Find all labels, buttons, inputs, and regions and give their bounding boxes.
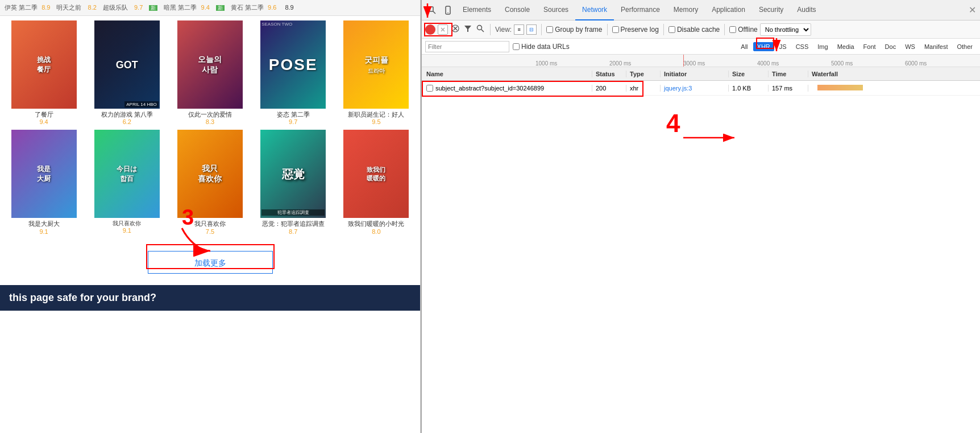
show-title: 致我们暖暖的小时光 [348, 220, 404, 228]
show-title: 仅此一次的爱情 [188, 110, 232, 118]
offline-label[interactable]: Offline [729, 26, 757, 34]
disable-cache-text: Disable cache [677, 26, 720, 34]
record-button[interactable] [425, 24, 435, 35]
show-item: GOT APRIL 14 HBO 权力的游戏 第八季 6.2 [88, 20, 166, 125]
show-rating: 8.3 [206, 118, 214, 125]
filter-btn-other[interactable]: Other [953, 42, 977, 51]
show-item: 惡覚 犯罪者追踪調査 恶觉：犯罪者追踪调查 8.7 [254, 130, 333, 234]
show-title: 姿态 第二季 [277, 110, 310, 118]
hide-data-urls-checkbox[interactable] [513, 43, 520, 50]
tab-audits[interactable]: Audits [790, 0, 823, 20]
tab-security[interactable]: Security [752, 0, 790, 20]
top-bar-content: 伊英 第二季 8.9 明天之前 8.2 超级乐队 9.7 新 暗黑 第二季 9.… [5, 3, 294, 12]
filter-btn-css[interactable]: CSS [792, 42, 813, 51]
filter-btn-all[interactable]: All [737, 42, 751, 51]
row-initiator: jquery.js:3 [661, 85, 729, 92]
load-more-button[interactable]: 加载更多 [148, 251, 273, 274]
tab-console[interactable]: Console [498, 0, 537, 20]
filter-button[interactable] [463, 24, 473, 35]
network-table-body: subject_abstract?subject_id=30246899 200… [422, 81, 980, 433]
preserve-log-text: Preserve log [621, 26, 659, 34]
show-thumb: 今日は합百 [94, 130, 160, 218]
tab-elements[interactable]: Elements [456, 0, 498, 20]
filter-btn-xhr[interactable]: XHR [753, 42, 774, 51]
group-by-frame-label[interactable]: Group by frame [546, 26, 602, 34]
filter-btn-ws[interactable]: WS [901, 42, 919, 51]
tab-memory[interactable]: Memory [667, 0, 705, 20]
show-rating: 7.5 [206, 228, 214, 235]
device-toolbar-button[interactable] [440, 2, 456, 18]
view-label: View: [495, 26, 512, 34]
show-item: 굿피플드라마 新职员诞生记：好人 9.5 [337, 20, 416, 125]
load-more-section: 加载更多 3 [0, 240, 420, 285]
tab-network[interactable]: Network [575, 0, 614, 20]
filter-type-buttons: All XHR JS CSS Img Media Font Doc WS Man… [737, 42, 977, 51]
timeline-bar: 1000 ms 2000 ms 3000 ms 4000 ms 5000 ms … [422, 55, 980, 67]
preserve-log-checkbox[interactable] [612, 26, 619, 33]
filter-btn-img[interactable]: Img [813, 42, 832, 51]
view-timeline-button[interactable]: ⊟ [526, 24, 537, 35]
show-thumb: POSE SEASON TWO [260, 20, 326, 109]
filter-btn-media[interactable]: Media [833, 42, 858, 51]
filter-btn-js[interactable]: JS [775, 42, 791, 51]
filter-btn-font[interactable]: Font [859, 42, 880, 51]
website-panel: 伊英 第二季 8.9 明天之前 8.2 超级乐队 9.7 新 暗黑 第二季 9.… [0, 0, 421, 433]
timeline-tick-4000: 4000 ms [757, 60, 779, 67]
filter-input[interactable] [425, 41, 509, 52]
stop-button[interactable] [438, 24, 448, 35]
show-title: 权力的游戏 第八季 [101, 110, 153, 118]
show-rating: 9.1 [39, 228, 48, 235]
tab-application[interactable]: Application [705, 0, 752, 20]
show-rating: 9.7 [289, 118, 297, 125]
filter-btn-doc[interactable]: Doc [881, 42, 900, 51]
show-item: 我只喜欢你 我只喜欢你 7.5 [171, 130, 249, 234]
tab-sources[interactable]: Sources [537, 0, 575, 20]
show-thumb: 惡覚 犯罪者追踪調査 [260, 130, 326, 218]
clear-button[interactable] [450, 24, 460, 35]
close-devtools-button[interactable]: ✕ [966, 5, 978, 16]
show-thumb: GOT APRIL 14 HBO [94, 20, 160, 109]
disable-cache-checkbox[interactable] [668, 26, 675, 33]
filter-btn-manifest[interactable]: Manifest [920, 42, 952, 51]
mobile-icon [443, 6, 452, 15]
offline-checkbox[interactable] [729, 26, 736, 33]
show-thumb: 오늘의사람 [177, 20, 243, 109]
show-title: 我只喜欢你 [113, 220, 141, 227]
toolbar-sep2 [541, 24, 542, 35]
toolbar-sep4 [663, 24, 664, 35]
tab-performance[interactable]: Performance [614, 0, 667, 20]
left-panel-content: 挑战餐厅 了餐厅 9.4 GOT APRIL 14 HBO 权力的游戏 第八季 … [0, 16, 420, 432]
svg-line-2 [433, 11, 435, 14]
table-row[interactable]: subject_abstract?subject_id=30246899 200… [422, 81, 980, 96]
row-type: xhr [626, 85, 661, 92]
header-time: Time [769, 71, 808, 77]
header-status: Status [592, 71, 626, 77]
hide-data-urls-text: Hide data URLs [521, 43, 570, 51]
inspect-element-button[interactable] [424, 2, 440, 18]
view-list-button[interactable]: ≡ [514, 24, 524, 35]
group-by-frame-checkbox[interactable] [546, 26, 553, 33]
preserve-log-label[interactable]: Preserve log [612, 26, 659, 34]
header-type: Type [626, 71, 661, 77]
bottom-banner: this page safe for your brand? [0, 285, 420, 311]
show-title: 了餐厅 [35, 110, 53, 118]
annotation-arrow4 [678, 126, 746, 149]
row-status: 200 [592, 85, 626, 92]
show-thumb: 我只喜欢你 [177, 130, 243, 218]
group-by-frame-text: Group by frame [555, 26, 602, 34]
devtools-tabs: Elements Console Sources Network Perform… [422, 0, 980, 20]
filter-bar: Hide data URLs All XHR JS CSS Img Media … [422, 39, 980, 55]
show-title: 恶觉：犯罪者追踪调查 [262, 220, 325, 228]
search-button[interactable] [475, 24, 485, 35]
show-thumb: 致我们暖暖的 [343, 130, 409, 218]
header-size: Size [729, 71, 769, 77]
show-rating: 9.4 [39, 118, 48, 125]
network-table-header: Name Status Type Initiator Size Time Wat… [422, 67, 980, 81]
svg-point-4 [447, 12, 449, 13]
row-checkbox[interactable] [426, 85, 433, 92]
svg-line-12 [481, 30, 484, 32]
throttling-select[interactable]: No throttling [760, 23, 811, 36]
hide-data-urls-label[interactable]: Hide data URLs [513, 43, 570, 51]
show-thumb: 굿피플드라마 [343, 20, 409, 109]
disable-cache-label[interactable]: Disable cache [668, 26, 720, 34]
